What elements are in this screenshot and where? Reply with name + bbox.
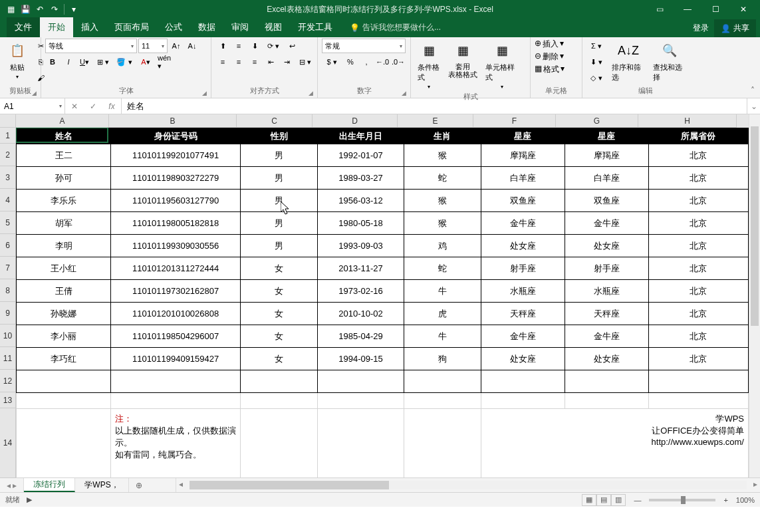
table-cell[interactable]: 射手座 [565,257,648,280]
maximize-icon[interactable]: ☐ [705,3,725,16]
table-cell[interactable]: 李乐乐 [17,190,111,212]
table-cell[interactable]: 110101198504296007 [111,325,241,348]
launcher-icon[interactable]: ◢ [202,90,207,96]
table-cell[interactable]: 摩羯座 [481,144,565,167]
column-headers[interactable]: ABCDEFGH [16,114,749,128]
fill-icon[interactable]: ⬇ ▾ [586,55,606,69]
table-header-cell[interactable]: 所属省份 [648,128,748,144]
row-header[interactable]: 10 [0,325,16,347]
table-cell[interactable]: 男 [241,212,318,235]
table-cell[interactable]: 110101198005182818 [111,212,241,235]
table-cell[interactable]: 北京 [648,280,748,303]
underline-icon[interactable]: U ▾ [77,55,92,69]
tab-nav[interactable]: ◂ ▸ [0,478,24,492]
table-header-cell[interactable]: 出生年月日 [317,128,404,144]
table-cell[interactable] [111,393,241,409]
table-cell[interactable] [17,393,111,409]
table-cell[interactable]: 摩羯座 [565,144,648,167]
sheet-tab-active[interactable]: 冻结行列 [24,478,75,492]
table-cell[interactable]: 虎 [404,303,481,325]
tab-view[interactable]: 视图 [257,17,290,37]
col-header[interactable]: B [109,114,237,128]
row-header[interactable]: 5 [0,211,16,234]
find-select-button[interactable]: 🔍 查找和选择 [650,39,689,84]
bold-icon[interactable]: B [45,55,60,69]
table-cell[interactable]: 王二 [17,144,111,167]
autosum-icon[interactable]: Σ ▾ [586,39,606,53]
row-header[interactable]: 8 [0,279,16,302]
table-cell[interactable]: 110101197302162807 [111,280,241,303]
table-cell[interactable]: 女 [241,325,318,348]
table-cell[interactable]: 天秤座 [565,303,648,325]
font-name-combo[interactable]: 等线▾ [45,39,137,53]
table-cell[interactable]: 金牛座 [565,212,648,235]
table-cell[interactable]: 孙可 [17,167,111,190]
table-cell[interactable]: 金牛座 [565,325,648,348]
redo-icon[interactable]: ↷ [48,3,61,16]
zoom-out-icon[interactable]: — [634,496,641,504]
zoom-slider[interactable] [649,499,715,501]
table-cell[interactable]: 北京 [648,348,748,370]
grid[interactable]: 姓名身份证号码性别出生年月日生肖星座星座所属省份王二11010119920107… [16,128,749,477]
delete-cells-button[interactable]: ⊖ 删除 ▾ [535,51,564,63]
table-header-cell[interactable]: 身份证号码 [111,128,241,144]
table-cell[interactable]: 李小丽 [17,325,111,348]
table-cell[interactable]: 110101199309030556 [111,235,241,257]
cancel-icon[interactable]: ✕ [65,102,84,111]
ribbon-options-icon[interactable]: ▭ [650,3,670,16]
table-cell[interactable]: 1980-05-18 [317,212,404,235]
vertical-scrollbar[interactable] [749,114,760,477]
table-cell[interactable]: 女 [241,280,318,303]
table-cell[interactable] [317,393,404,409]
table-cell[interactable] [241,370,318,393]
undo-icon[interactable]: ↶ [33,3,47,16]
table-cell[interactable]: 双鱼座 [565,190,648,212]
col-header[interactable]: H [638,114,737,128]
table-cell[interactable]: 北京 [648,235,748,257]
fx-icon[interactable]: fx [102,102,121,111]
launcher-icon[interactable]: ◢ [402,90,406,96]
zoom-in-icon[interactable]: + [723,496,727,504]
cell-styles-button[interactable]: ▦ 单元格样式▾ [483,39,521,91]
col-header[interactable]: D [313,114,398,128]
table-cell[interactable]: 白羊座 [565,167,648,190]
format-cells-button[interactable]: ▦ 格式 ▾ [535,64,565,75]
launcher-icon[interactable]: ◢ [309,90,313,96]
row-header[interactable]: 1 [0,128,16,144]
row-header[interactable]: 9 [0,302,16,325]
scroll-thumb[interactable] [190,481,389,489]
share-button[interactable]: 👤 共享 [714,19,756,37]
percent-icon[interactable]: % [343,55,358,69]
table-cell[interactable]: 1994-09-15 [317,348,404,370]
align-center-icon[interactable]: ≡ [231,55,246,69]
table-cell[interactable]: 北京 [648,325,748,348]
table-cell[interactable]: 水瓶座 [481,280,565,303]
decrease-font-icon[interactable]: A↓ [185,39,199,53]
qat-dropdown-icon[interactable]: ▾ [67,3,80,16]
comma-icon[interactable]: , [359,55,374,69]
footer-note-cell[interactable]: 学WPS让OFFICE办公变得简单http://www.xuewps.com/ [481,409,748,478]
table-cell[interactable]: 牛 [404,280,481,303]
table-cell[interactable]: 蛇 [404,257,481,280]
align-left-icon[interactable]: ≡ [215,55,230,69]
table-cell[interactable]: 鸡 [404,235,481,257]
align-bottom-icon[interactable]: ⬇ [247,39,262,53]
table-cell[interactable]: 110101199409159427 [111,348,241,370]
increase-indent-icon[interactable]: ⇥ [279,55,294,69]
table-cell[interactable]: 1956-03-12 [317,190,404,212]
table-cell[interactable]: 天秤座 [481,303,565,325]
table-cell[interactable]: 狗 [404,348,481,370]
note-cell[interactable]: 注：以上数据随机生成，仅供数据演示。如有雷同，纯属巧合。 [111,409,241,478]
login-button[interactable]: 登录 [688,20,714,37]
table-header-cell[interactable]: 姓名 [17,128,111,144]
tab-home[interactable]: 开始 [40,17,73,37]
table-header-cell[interactable]: 星座 [565,128,648,144]
table-cell[interactable]: 水瓶座 [565,280,648,303]
col-header[interactable]: F [473,114,556,128]
tab-data[interactable]: 数据 [190,17,223,37]
table-cell[interactable]: 女 [241,303,318,325]
table-cell[interactable] [648,370,748,393]
table-cell[interactable] [481,393,565,409]
table-cell[interactable]: 110101201311272444 [111,257,241,280]
insert-cells-button[interactable]: ⊕ 插入 ▾ [535,39,564,50]
